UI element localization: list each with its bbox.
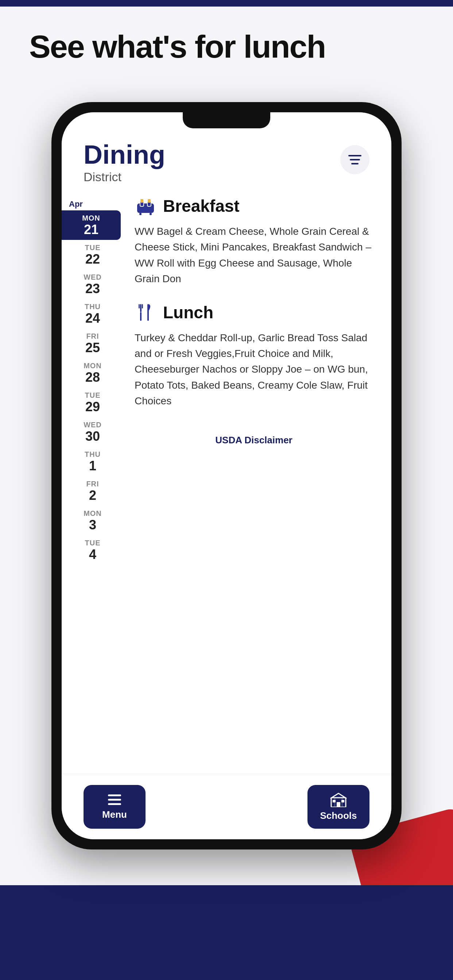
lunch-header: Lunch — [135, 302, 373, 323]
calendar-day-fri-2[interactable]: FRI 2 — [62, 476, 124, 506]
menu-nav-label: Menu — [102, 809, 127, 820]
calendar-day-mon-28[interactable]: MON 28 — [62, 358, 124, 388]
calendar-day-wed-23[interactable]: WED 23 — [62, 269, 124, 299]
calendar-day-wed-30[interactable]: WED 30 — [62, 417, 124, 447]
breakfast-title: Breakfast — [163, 196, 239, 216]
decorative-dark-bottom — [0, 885, 453, 980]
svg-rect-4 — [148, 199, 151, 203]
utensils-svg — [136, 302, 155, 322]
cal-day-name: TUE — [85, 243, 100, 252]
filter-button[interactable] — [340, 145, 370, 174]
svg-rect-8 — [139, 304, 140, 309]
menu-nav-button[interactable]: Menu — [83, 785, 145, 829]
cal-day-name: WED — [83, 273, 102, 282]
cal-day-name: MON — [83, 362, 102, 370]
lunch-title: Lunch — [163, 302, 214, 322]
nav-menu-item[interactable]: Menu — [83, 785, 145, 829]
cal-day-num: 24 — [85, 312, 100, 325]
calendar-day-thu-24[interactable]: THU 24 — [62, 299, 124, 328]
svg-rect-14 — [108, 803, 121, 805]
cal-day-num: 3 — [89, 519, 96, 531]
filter-line-2 — [350, 159, 360, 161]
svg-rect-7 — [140, 304, 142, 312]
svg-rect-16 — [337, 802, 340, 807]
svg-rect-13 — [108, 799, 121, 800]
app-title-block: Dining District — [83, 142, 165, 184]
screen-content: Dining District Apr — [62, 112, 391, 774]
lunch-section: Lunch Turkey & Cheddar Roll-up, Garlic B… — [135, 302, 373, 409]
bottom-navigation: Menu — [62, 774, 391, 839]
top-status-bar — [0, 0, 453, 6]
nav-schools-item[interactable]: Schools — [308, 785, 370, 829]
breakfast-section: Breakfast WW Bagel & Cream Cheese, Whole… — [135, 195, 373, 287]
cal-day-name: MON — [83, 509, 102, 518]
schools-nav-button[interactable]: Schools — [308, 785, 370, 829]
phone-frame: Dining District Apr — [51, 102, 402, 850]
svg-rect-9 — [142, 304, 143, 309]
calendar-day-mon-21[interactable]: MON 21 — [62, 210, 121, 240]
cal-day-num: 28 — [85, 371, 100, 384]
lunch-icon — [135, 302, 156, 323]
svg-rect-3 — [140, 199, 144, 203]
main-area: Apr MON 21 TUE 22 WED 23 TH — [62, 191, 391, 568]
svg-rect-6 — [150, 213, 152, 215]
cal-day-name: THU — [85, 450, 100, 459]
toaster-svg — [136, 196, 155, 216]
calendar-day-tue-22[interactable]: TUE 22 — [62, 240, 124, 269]
calendar-month: Apr — [62, 195, 124, 210]
cal-day-name: THU — [85, 302, 100, 311]
calendar-sidebar: Apr MON 21 TUE 22 WED 23 TH — [62, 191, 124, 568]
cal-day-name: FRI — [86, 480, 99, 488]
page-heading: See what's for lunch — [29, 29, 325, 65]
cal-day-num: 21 — [84, 223, 99, 236]
svg-rect-5 — [139, 213, 142, 215]
cal-day-name: WED — [83, 421, 102, 429]
meals-content: Breakfast WW Bagel & Cream Cheese, Whole… — [124, 191, 391, 568]
cal-day-num: 4 — [89, 548, 96, 561]
cal-day-num: 1 — [89, 460, 96, 473]
calendar-day-tue-4[interactable]: TUE 4 — [62, 535, 124, 565]
filter-line-3 — [351, 163, 359, 164]
cal-day-num: 29 — [85, 400, 100, 414]
menu-icon — [107, 793, 123, 806]
schools-nav-label: Schools — [320, 810, 357, 821]
cal-day-num: 25 — [85, 341, 100, 355]
breakfast-icon — [135, 195, 156, 217]
cal-day-num: 23 — [85, 282, 100, 295]
calendar-day-tue-29[interactable]: TUE 29 — [62, 388, 124, 417]
filter-line-1 — [348, 155, 362, 156]
svg-rect-11 — [147, 304, 149, 321]
filter-icon — [348, 155, 362, 164]
svg-rect-12 — [108, 794, 121, 796]
calendar-day-thu-1[interactable]: THU 1 — [62, 447, 124, 476]
cal-day-name: TUE — [85, 391, 100, 399]
cal-day-num: 22 — [85, 253, 100, 266]
phone-notch — [183, 112, 270, 128]
svg-rect-0 — [137, 204, 154, 213]
lunch-description: Turkey & Cheddar Roll-up, Garlic Bread T… — [135, 330, 373, 409]
usda-disclaimer[interactable]: USDA Disclaimer — [135, 424, 373, 446]
calendar-day-fri-25[interactable]: FRI 25 — [62, 328, 124, 358]
app-subtitle: District — [83, 170, 165, 184]
cal-day-num: 2 — [89, 489, 96, 502]
breakfast-description: WW Bagel & Cream Cheese, Whole Grain Cer… — [135, 223, 373, 287]
calendar-day-mon-3[interactable]: MON 3 — [62, 506, 124, 535]
cal-day-name: MON — [82, 214, 100, 223]
breakfast-header: Breakfast — [135, 195, 373, 217]
phone-screen: Dining District Apr — [62, 112, 391, 839]
school-icon — [330, 792, 347, 807]
app-title: Dining — [83, 142, 165, 168]
cal-day-num: 30 — [85, 430, 100, 443]
cal-day-name: TUE — [85, 539, 100, 547]
svg-rect-10 — [140, 312, 142, 321]
cal-day-name: FRI — [86, 332, 99, 340]
